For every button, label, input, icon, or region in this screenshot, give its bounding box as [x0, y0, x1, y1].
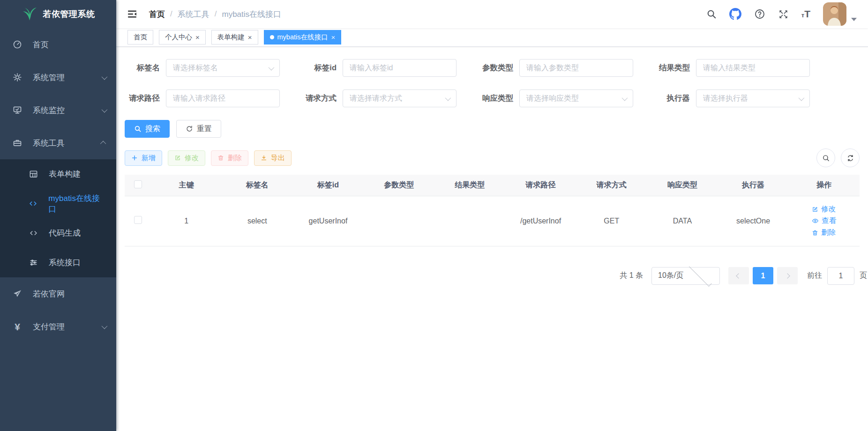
search-form-row-2: 请求路径 请求方式 请选择请求方式 响应类型 请选择响应类型: [125, 89, 860, 107]
chevron-down-icon: [102, 105, 106, 115]
sidebar-item-system-manage[interactable]: 系统管理: [0, 61, 116, 94]
chevron-left-icon: [736, 273, 741, 278]
field-label: 参数类型: [478, 63, 519, 73]
tag-id-input[interactable]: [350, 64, 449, 72]
row-edit-link[interactable]: 修改: [812, 204, 836, 214]
sidebar-item-payment[interactable]: ¥ 支付管理: [0, 310, 116, 343]
sidebar-item-system-api[interactable]: 系统接口: [0, 248, 116, 277]
col-response-type: 响应类型: [647, 175, 718, 196]
param-type-input[interactable]: [526, 64, 626, 72]
sidebar-item-official-site[interactable]: 若依官网: [0, 277, 116, 310]
result-type-input[interactable]: [703, 64, 803, 72]
add-button[interactable]: 新增: [125, 150, 162, 166]
sidebar-item-mybatis-api[interactable]: mybatis在线接口: [0, 189, 116, 218]
goto-page-input[interactable]: [827, 267, 854, 285]
gear-icon: [12, 72, 22, 82]
executor-select[interactable]: 请选择执行器: [696, 89, 810, 107]
eye-icon: [812, 217, 819, 224]
reset-button[interactable]: 重置: [176, 120, 221, 138]
tab-mybatis-api[interactable]: mybatis在线接口 ×: [264, 30, 342, 45]
page-number-active[interactable]: 1: [753, 267, 773, 284]
sidebar-item-home[interactable]: 首页: [0, 28, 116, 61]
goto-label: 前往: [807, 271, 822, 281]
breadcrumb-separator: /: [170, 9, 172, 19]
plus-icon: [131, 155, 138, 161]
col-request-method: 请求方式: [576, 175, 647, 196]
pagination: 共 1 条 10条/页 1 前往 页: [125, 267, 867, 285]
delete-button[interactable]: 删除: [211, 150, 248, 166]
sidebar-menu: 首页 系统管理 系统监控 系统工具: [0, 28, 116, 343]
row-view-link[interactable]: 查看: [812, 216, 836, 226]
col-primary-key: 主键: [151, 175, 222, 196]
col-result-type: 结果类型: [434, 175, 505, 196]
tags-view-bar: 首页 个人中心 × 表单构建 × mybatis在线接口 ×: [116, 28, 868, 47]
chevron-right-icon: [785, 273, 790, 278]
edit-button[interactable]: 修改: [168, 150, 205, 166]
search-icon[interactable]: [706, 9, 717, 19]
sidebar-item-label: mybatis在线接口: [48, 193, 106, 215]
close-icon[interactable]: ×: [195, 34, 200, 41]
cell-response-type: DATA: [647, 196, 718, 246]
table-row: 1 select getUserInof /getUserInof GET DA…: [125, 196, 860, 246]
sidebar-item-label: 系统接口: [49, 257, 81, 268]
tab-home[interactable]: 首页: [127, 30, 153, 45]
sidebar-item-label: 代码生成: [49, 228, 81, 238]
select-placeholder: 请选择请求方式: [350, 94, 445, 104]
sidebar-item-label: 支付管理: [33, 321, 65, 332]
request-method-select[interactable]: 请选择请求方式: [343, 89, 456, 107]
tab-form-builder[interactable]: 表单构建 ×: [211, 30, 258, 45]
sidebar-toggle-icon[interactable]: [127, 8, 138, 20]
font-size-icon[interactable]: тT: [801, 8, 810, 20]
close-icon[interactable]: ×: [248, 34, 252, 41]
row-checkbox[interactable]: [134, 216, 142, 224]
breadcrumb-current-page: mybatis在线接口: [222, 9, 281, 20]
close-icon[interactable]: ×: [331, 34, 336, 41]
select-all-checkbox[interactable]: [134, 180, 142, 188]
sidebar-item-code-gen[interactable]: 代码生成: [0, 218, 116, 248]
param-type-input-wrap: [519, 59, 633, 77]
edit-icon: [812, 206, 818, 213]
search-icon: [134, 125, 142, 133]
breadcrumb-separator: /: [215, 9, 217, 19]
breadcrumb-home[interactable]: 首页: [149, 9, 165, 20]
tag-name-select[interactable]: 请选择标签名: [166, 59, 280, 77]
top-navbar: 首页 / 系统工具 / mybatis在线接口 тT: [116, 0, 868, 28]
toolbox-icon: [12, 138, 22, 148]
sidebar-item-system-monitor[interactable]: 系统监控: [0, 94, 116, 126]
pagination-total: 共 1 条: [620, 271, 643, 281]
sidebar-item-form-builder[interactable]: 表单构建: [0, 159, 116, 189]
field-request-method: 请求方式 请选择请求方式: [301, 89, 456, 107]
toggle-search-button[interactable]: [816, 149, 835, 167]
tab-profile[interactable]: 个人中心 ×: [159, 30, 206, 45]
sliders-icon: [28, 258, 38, 268]
help-icon[interactable]: [754, 8, 765, 20]
chevron-down-icon: [269, 64, 275, 70]
next-page-button[interactable]: [777, 267, 798, 284]
fullscreen-icon[interactable]: [778, 9, 789, 20]
chevron-down-icon: [445, 95, 451, 101]
app-logo[interactable]: 若依管理系统: [0, 0, 116, 28]
response-type-select[interactable]: 请选择响应类型: [519, 89, 633, 107]
table-toolbar: 新增 修改 删除 导出: [125, 149, 860, 167]
sidebar-item-system-tools[interactable]: 系统工具: [0, 126, 116, 159]
user-menu[interactable]: [823, 2, 857, 26]
refresh-button[interactable]: [841, 149, 860, 167]
field-label: 请求方式: [301, 93, 343, 104]
cell-param-type: [364, 196, 434, 246]
caret-down-icon: [851, 18, 857, 21]
avatar[interactable]: [823, 2, 846, 26]
search-button[interactable]: 搜索: [125, 120, 170, 138]
page-size-select[interactable]: 10条/页: [651, 267, 720, 285]
request-path-input[interactable]: [173, 94, 273, 103]
col-tag-name: 标签名: [222, 175, 292, 196]
prev-page-button[interactable]: [728, 267, 749, 284]
page-size-value: 10条/页: [658, 271, 686, 281]
edit-icon: [174, 155, 181, 161]
sidebar-item-label: 若依官网: [33, 289, 65, 299]
row-delete-link[interactable]: 删除: [812, 228, 836, 238]
export-button[interactable]: 导出: [254, 150, 292, 166]
page-content: 标签名 请选择标签名 标签id 参数类型: [116, 47, 868, 431]
col-actions: 操作: [789, 175, 860, 196]
field-request-path: 请求路径: [125, 89, 280, 107]
github-icon[interactable]: [729, 8, 741, 20]
